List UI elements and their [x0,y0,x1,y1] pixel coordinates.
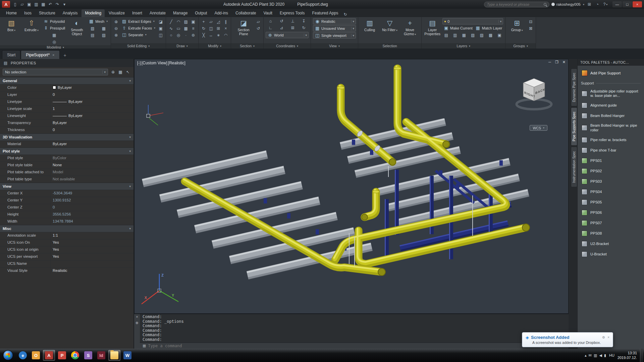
array-icon[interactable]: ⊞ [215,25,221,31]
view-panel-label[interactable]: View▾ [311,43,358,49]
viewport-view-control[interactable]: [Custom View] [142,61,167,65]
copy-icon[interactable]: ▱ [208,19,214,24]
palette-item-pipe-roller-w-brackets[interactable]: Pipe roller w. brackets [580,135,642,145]
tool-palettes-title[interactable]: TOOL PALETTES - AUTOC... [578,59,644,66]
polyline-icon[interactable]: ∿ [168,25,174,31]
donut-icon[interactable]: ⊚ [190,32,196,38]
mesh-crease-icon[interactable]: ▨ [99,32,109,38]
plot-icon[interactable]: ▦ [40,2,46,7]
search-input[interactable] [487,2,542,6]
ucs-z-axis-icon[interactable]: ↻ [299,25,309,31]
palette-item-pps08[interactable]: PPS08 [580,228,642,239]
autocad-button[interactable]: A [43,350,55,361]
property-value[interactable]: ByLayer [50,99,133,105]
smooth-less-icon[interactable]: ▤ [88,32,97,38]
move-gizmo-button[interactable]: + Move Gizmo▾ [400,18,419,43]
command-history[interactable]: Command:Command: _optionsCommand:Command… [140,314,569,343]
palette-item-beam-bolted-hanger[interactable]: Beam Bolted Hanger [580,111,642,121]
property-value[interactable]: Not available [50,176,133,183]
layer-properties-button[interactable]: ▤ Layer Properties [424,18,441,43]
ucs-origin-icon[interactable]: ↧ [299,18,309,24]
rotate-icon[interactable]: ↻ [201,25,207,31]
move-icon[interactable]: + [201,19,207,24]
wcs-selector[interactable]: WCS▾ [530,125,547,131]
property-value[interactable]: -5304.3649 [50,190,133,197]
redo-icon[interactable]: ↷ [54,2,60,7]
property-row-ucs-per-viewport[interactable]: UCS per viewportYes [0,253,133,260]
word-button[interactable]: W [121,350,133,361]
smooth-object-button[interactable]: ◐ Smooth Object [67,18,86,45]
help-menu[interactable]: ?▾ [602,2,608,7]
ribbon-tab-isos[interactable]: Isos [21,9,35,17]
solid-editing-panel-label[interactable]: Solid Editing▾ [111,43,166,49]
property-row-ucs-icon-on[interactable]: UCS icon OnYes [0,239,133,246]
ribbon-tab-home[interactable]: Home [3,9,20,17]
viewport-config-combo[interactable]: ◫ Single viewport ▾ [313,32,356,39]
palette-item-adjustable-pipe-roller-support-w-base-plate-an[interactable]: Adjustable pipe roller support w. base p… [580,87,642,100]
quick-select-icon[interactable]: ▦ [117,69,123,75]
new-file-icon[interactable]: ▯ [12,2,18,7]
toast-close-icon[interactable]: × [607,336,609,339]
drawing-minimize-button[interactable]: ─ [548,60,551,64]
palette-item-u2-bracket[interactable]: U2-Bracket [580,239,642,249]
palette-item-pps02[interactable]: PPS02 [580,166,642,176]
properties-palette-header[interactable]: ▤ PROPERTIES [0,59,133,67]
section-header-3d-visualization[interactable]: 3D Visualization▾ [0,133,133,140]
ungroup-icon[interactable]: ⊟ [528,19,534,24]
plant-pid-button[interactable]: P [56,350,68,361]
property-value[interactable]: ByLayer [50,120,133,126]
layer-unisolate-icon[interactable]: ▥ [451,32,459,38]
layer-off-icon[interactable]: ▧ [469,32,476,38]
property-value[interactable]: 0 [50,127,133,133]
autocad-logo-icon[interactable]: A [2,1,10,8]
palette-item-pipe-shoe-t-bar[interactable]: Pipe shoe T-bar [580,145,642,156]
property-row-thickness[interactable]: Thickness0 [0,126,133,133]
tray-power-icon[interactable]: ▮ [604,353,606,358]
section-plane-button[interactable]: ◪ Section Plane [233,18,254,43]
command-input[interactable] [148,344,566,348]
pickadd-toggle-icon[interactable]: ⊕ [110,69,116,75]
multiline-icon[interactable]: ≡ [190,25,196,31]
ucs-icon[interactable]: ∟ [266,25,275,31]
layer-lock-icon[interactable]: ▨ [478,32,485,38]
property-value[interactable]: ByLayer [50,141,133,147]
close-button[interactable]: × [633,1,642,7]
tray-message-icon[interactable]: ✉ [589,353,592,358]
visual-style-combo[interactable]: ◉ Realistic ▾ [313,18,356,24]
palette-item-pps06[interactable]: PPS06 [580,207,642,218]
extract-edges-button[interactable]: ▨ Extract Edges▾ [120,18,156,24]
tray-network-icon[interactable]: ▥ [594,353,597,358]
region-icon[interactable]: ▣ [190,19,196,24]
subtract-icon[interactable]: ⊖ [113,25,119,31]
mesh-primitive-icon[interactable]: ▦ [42,32,66,38]
stretch-icon[interactable]: ↔ [208,32,214,38]
draw-panel-label[interactable]: Draw▾ [166,43,198,49]
section-header-general[interactable]: General▾ [0,77,133,84]
property-row-material[interactable]: MaterialByLayer [0,140,133,147]
viewport-minimize-control[interactable]: [-] [137,61,141,65]
property-value[interactable]: ByColor [50,155,133,162]
drawing-close-button[interactable]: ✕ [562,60,566,64]
palette-item-pps07[interactable]: PPS07 [580,218,642,228]
coordinates-panel-label[interactable]: Coordinates▾ [264,43,311,49]
section-header-view[interactable]: View▾ [0,183,133,190]
command-customize-icon[interactable]: ⚙ [136,321,139,325]
ucs-combo[interactable]: ⊕ World ▾ [266,32,309,38]
palette-item-pps01[interactable]: PPS01 [580,156,642,166]
property-row-linetype-scale[interactable]: Linetype scale1 [0,105,133,112]
command-input-row[interactable]: ▦ [140,343,569,349]
groups-panel-label[interactable]: Groups▾ [505,43,536,49]
section-panel-label[interactable]: Section▾ [231,43,263,49]
hatch-icon[interactable]: ▨ [183,19,189,24]
named-view-combo[interactable]: ▦ Unsaved View ▾ [313,25,356,32]
viewport-style-control[interactable]: [Realistic] [168,61,185,65]
intersect-icon[interactable]: ⊗ [113,32,119,38]
property-row-linetype[interactable]: LinetypeByLayer [0,98,133,105]
no-filter-button[interactable]: ▽ No Filter▾ [380,18,399,43]
property-value[interactable]: Yes [50,253,133,260]
culling-button[interactable]: ▥ Culling [360,18,379,43]
undo-icon[interactable]: ↶ [47,2,53,7]
offset-icon[interactable]: ∥ [223,19,229,24]
smooth-more-icon[interactable]: ▧ [88,25,97,31]
app-store-icon[interactable]: ⊞ [586,2,592,7]
